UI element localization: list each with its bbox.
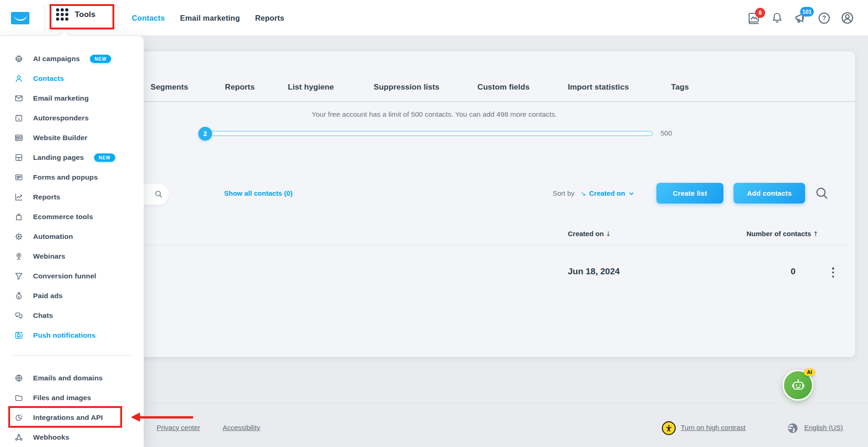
sort-direction-icon[interactable]: ↘ <box>581 190 586 197</box>
column-header-created-on[interactable]: Created on ↓ <box>568 230 611 238</box>
nav-reports[interactable]: Reports <box>255 14 285 23</box>
menu-item-webinars[interactable]: Webinars <box>0 246 144 266</box>
new-badge: NEW <box>94 153 115 162</box>
contacts-progress: 2 500 <box>193 126 698 141</box>
tab-segments[interactable]: Segments <box>151 83 188 92</box>
globe-icon <box>786 421 800 435</box>
row-actions-kebab-icon[interactable] <box>828 266 838 278</box>
menu-item-label: Reports <box>33 193 60 201</box>
menu-item-label: Automation <box>33 232 73 241</box>
menu-item-conversion-funnel[interactable]: Conversion funnel <box>0 266 144 286</box>
layout-icon <box>14 153 24 163</box>
menu-item-autoresponders[interactable]: 1 Autoresponders <box>0 108 144 128</box>
column-header-number-of-contacts[interactable]: Number of contacts ↑ <box>723 230 818 238</box>
topbar-divider <box>45 5 45 31</box>
tab-list-hygiene[interactable]: List hygiene <box>288 83 334 92</box>
svg-text:$: $ <box>18 295 20 299</box>
menu-item-emails-and-domains[interactable]: Emails and domains <box>0 368 144 388</box>
chevron-down-icon[interactable] <box>628 191 634 197</box>
menu-item-label: Webhooks <box>33 433 69 441</box>
language-globe-icon <box>786 421 800 435</box>
tools-button[interactable]: Tools <box>56 8 95 21</box>
chart-trend-icon <box>14 192 24 202</box>
menu-item-webhooks[interactable]: Webhooks <box>0 427 144 447</box>
nav-contacts[interactable]: Contacts <box>132 14 165 23</box>
limit-banner: Your free account has a limit of 500 con… <box>193 110 676 119</box>
menu-item-ai-campaigns[interactable]: AI AI campaigns NEW <box>0 49 144 68</box>
menu-item-website-builder[interactable]: Website Builder <box>0 128 144 147</box>
funnel-icon <box>14 271 24 281</box>
menu-item-forms-and-popups[interactable]: Forms and popups <box>0 167 144 187</box>
ai-chip-icon: AI <box>14 54 24 64</box>
help-button[interactable]: ? <box>816 10 832 26</box>
tab-import-statistics[interactable]: Import statistics <box>568 83 629 92</box>
menu-item-label: Webinars <box>33 252 65 260</box>
tab-custom-fields[interactable]: Custom fields <box>477 83 530 92</box>
menu-item-landing-pages[interactable]: Landing pages NEW <box>0 147 144 167</box>
sort-field-dropdown[interactable]: Created on <box>589 189 625 197</box>
menu-item-reports[interactable]: Reports <box>0 187 144 207</box>
created-on-cell: Jun 18, 2024 <box>568 266 620 277</box>
globe-icon <box>14 373 24 383</box>
topbar-icons: 6 101 ? <box>746 0 855 36</box>
privacy-center-link[interactable]: Privacy center <box>157 424 200 431</box>
menu-item-automation[interactable]: Automation <box>0 226 144 246</box>
svg-text:?: ? <box>822 14 826 22</box>
announcements-button[interactable]: 101 <box>793 10 808 26</box>
table-row[interactable]: - Jun 18, 2024 0 <box>136 263 855 284</box>
whats-new-button[interactable]: 6 <box>746 10 762 26</box>
menu-item-ecommerce-tools[interactable]: Ecommerce tools <box>0 207 144 226</box>
menu-item-label: Chats <box>33 311 53 320</box>
logo-smile-icon <box>11 12 29 24</box>
create-list-button[interactable]: Create list <box>656 183 723 204</box>
menu-item-email-marketing[interactable]: Email marketing <box>0 88 144 108</box>
chat-bubbles-icon <box>14 311 24 321</box>
push-bell-icon <box>14 330 24 340</box>
menu-item-files-and-images[interactable]: Files and images <box>0 388 144 407</box>
tab-tags[interactable]: Tags <box>671 83 689 92</box>
account-button[interactable] <box>840 10 855 26</box>
tab-suppression-lists[interactable]: Suppression lists <box>374 83 439 92</box>
menu-group-secondary: Emails and domains Files and images <box>0 368 144 447</box>
menu-item-label: Landing pages <box>33 153 84 162</box>
sort-by-label: Sort by <box>553 189 575 197</box>
menu-item-paid-ads[interactable]: $ Paid ads <box>0 286 144 306</box>
gear-play-icon <box>14 232 24 242</box>
menu-item-label: Email marketing <box>33 94 89 102</box>
main-nav: Contacts Email marketing Reports <box>132 0 284 36</box>
menu-item-push-notifications[interactable]: Push notifications <box>0 325 144 345</box>
contacts-panel: Segments Reports List hygiene Suppressio… <box>136 51 855 357</box>
menu-item-contacts[interactable]: Contacts <box>0 68 144 88</box>
menu-item-chats[interactable]: Chats <box>0 306 144 325</box>
nav-email-marketing[interactable]: Email marketing <box>180 14 240 23</box>
account-avatar-icon <box>840 11 855 25</box>
robot-face-icon <box>789 376 807 395</box>
sort-controls: Sort by ↘ Created on <box>553 189 634 197</box>
language-selector-link[interactable]: English (US) <box>804 424 843 431</box>
topbar-divider <box>118 5 118 31</box>
contacts-tabs: Segments Reports List hygiene Suppressio… <box>136 76 855 102</box>
getresponse-logo-icon[interactable] <box>11 12 29 24</box>
search-icon <box>154 190 163 198</box>
high-contrast-link[interactable]: Turn on high contrast <box>681 424 745 431</box>
folder-icon <box>14 393 24 403</box>
webhook-nodes-icon <box>14 432 24 442</box>
menu-item-label: Ecommerce tools <box>33 213 93 221</box>
new-badge: NEW <box>90 55 111 63</box>
ai-badge: AI <box>804 368 815 376</box>
table-header-divider <box>136 245 847 245</box>
add-contacts-button[interactable]: Add contacts <box>734 183 805 204</box>
contacts-header-label: Number of contacts <box>746 230 811 238</box>
menu-item-label: Paid ads <box>33 292 63 300</box>
notifications-button[interactable] <box>769 10 785 26</box>
list-search-icon[interactable] <box>815 186 829 200</box>
high-contrast-icon <box>662 421 676 435</box>
show-all-contacts-link[interactable]: Show all contacts (0) <box>224 189 292 197</box>
shopping-bag-icon <box>14 212 24 222</box>
accessibility-link[interactable]: Accessibility <box>223 424 260 431</box>
tab-reports[interactable]: Reports <box>225 83 255 92</box>
menu-item-integrations-and-api[interactable]: Integrations and API <box>0 407 144 427</box>
calendar-one-icon: 1 <box>14 113 24 123</box>
progress-max-label: 500 <box>661 129 672 137</box>
ai-assistant-button[interactable]: AI <box>783 370 813 401</box>
